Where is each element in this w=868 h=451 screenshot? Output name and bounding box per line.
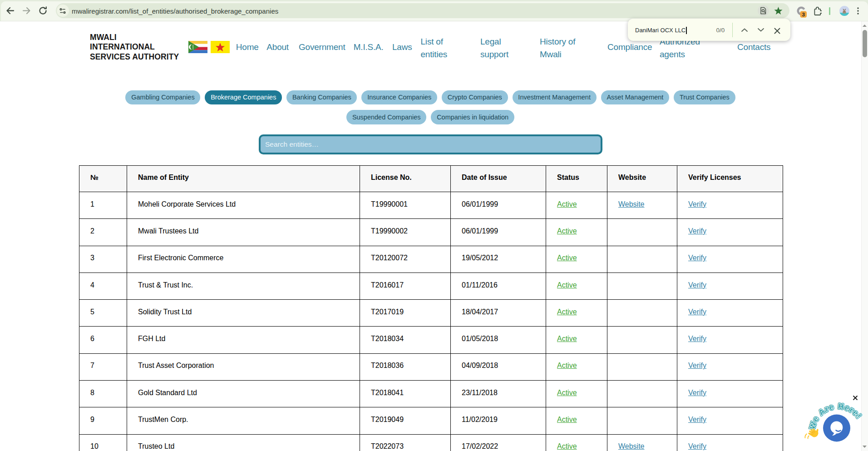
svg-text:3: 3 (802, 12, 804, 17)
